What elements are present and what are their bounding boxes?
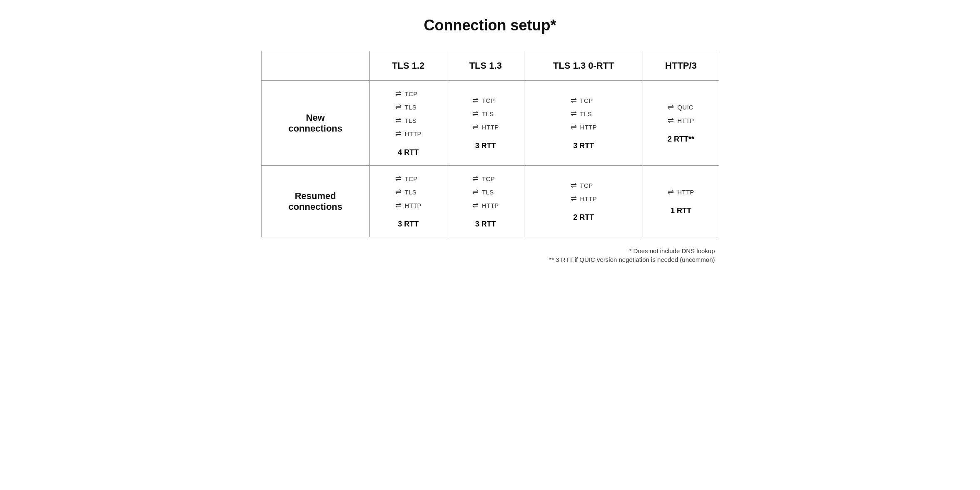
protocols-list-new-col3: ⇌QUIC⇌HTTP	[668, 102, 694, 125]
protocol-item-resumed-col1-1: ⇌TLS	[472, 187, 494, 196]
protocol-item-new-col3-1: ⇌HTTP	[668, 116, 694, 125]
rtt-label-resumed-col3: 1 RTT	[653, 206, 708, 215]
arrows-icon: ⇌	[395, 187, 401, 196]
protocol-label-TLS-1: TLS	[482, 110, 494, 117]
cell-resumed-col3: ⇌HTTP1 RTT	[643, 166, 719, 237]
arrows-icon: ⇌	[571, 109, 577, 118]
protocol-label-HTTP-2: HTTP	[482, 202, 499, 209]
rtt-label-new-col2: 3 RTT	[534, 142, 633, 150]
header-http3: HTTP/3	[643, 51, 719, 81]
protocol-item-resumed-col0-1: ⇌TLS	[395, 187, 416, 196]
protocol-item-new-col0-3: ⇌HTTP	[395, 129, 421, 138]
comparison-table: TLS 1.2 TLS 1.3 TLS 1.3 0-RTT HTTP/3 New…	[261, 51, 719, 237]
footnote-2: ** 3 RTT if QUIC version negotiation is …	[261, 256, 715, 263]
header-tls13-0rtt: TLS 1.3 0-RTT	[524, 51, 643, 81]
cell-inner-resumed-col3: ⇌HTTP1 RTT	[653, 187, 708, 215]
protocols-list-new-col1: ⇌TCP⇌TLS⇌HTTP	[472, 96, 499, 132]
cell-new-col0: ⇌TCP⇌TLS⇌TLS⇌HTTP4 RTT	[369, 81, 447, 166]
protocol-item-new-col3-0: ⇌QUIC	[668, 102, 693, 112]
protocol-item-resumed-col1-2: ⇌HTTP	[472, 201, 499, 210]
protocol-label-HTTP-2: HTTP	[482, 124, 499, 131]
page-title: Connection setup*	[261, 17, 719, 34]
arrows-icon: ⇌	[395, 174, 401, 183]
protocol-item-resumed-col2-1: ⇌HTTP	[571, 194, 597, 203]
protocol-item-new-col0-2: ⇌TLS	[395, 116, 416, 125]
protocol-label-TLS-2: TLS	[405, 117, 416, 124]
row-new: Newconnections⇌TCP⇌TLS⇌TLS⇌HTTP4 RTT⇌TCP…	[261, 81, 719, 166]
cell-inner-resumed-col0: ⇌TCP⇌TLS⇌HTTP3 RTT	[380, 174, 437, 229]
header-empty	[261, 51, 369, 81]
arrows-icon: ⇌	[395, 116, 401, 125]
protocol-item-new-col0-0: ⇌TCP	[395, 89, 418, 98]
protocol-label-TCP-0: TCP	[482, 175, 495, 182]
rtt-label-resumed-col2: 2 RTT	[534, 213, 633, 222]
footnote-1: * Does not include DNS lookup	[261, 247, 715, 254]
rtt-label-new-col1: 3 RTT	[457, 142, 514, 150]
arrows-icon: ⇌	[472, 96, 479, 105]
protocol-item-new-col2-2: ⇌HTTP	[571, 122, 597, 132]
protocol-item-new-col1-2: ⇌HTTP	[472, 122, 499, 132]
row-resumed: Resumedconnections⇌TCP⇌TLS⇌HTTP3 RTT⇌TCP…	[261, 166, 719, 237]
arrows-icon: ⇌	[571, 181, 577, 190]
arrows-icon: ⇌	[668, 102, 674, 112]
arrows-icon: ⇌	[472, 122, 479, 132]
protocol-item-new-col0-1: ⇌TLS	[395, 102, 416, 112]
protocol-label-HTTP-3: HTTP	[405, 130, 421, 137]
protocol-item-resumed-col1-0: ⇌TCP	[472, 174, 495, 183]
arrows-icon: ⇌	[472, 187, 479, 196]
protocol-label-TCP-0: TCP	[580, 182, 593, 189]
protocol-label-TLS-1: TLS	[405, 104, 416, 111]
cell-new-col1: ⇌TCP⇌TLS⇌HTTP3 RTT	[447, 81, 524, 166]
header-tls13: TLS 1.3	[447, 51, 524, 81]
cell-inner-new-col0: ⇌TCP⇌TLS⇌TLS⇌HTTP4 RTT	[380, 89, 437, 157]
protocol-label-TCP-0: TCP	[405, 90, 418, 97]
protocol-item-new-col2-0: ⇌TCP	[571, 96, 593, 105]
protocol-label-TCP-0: TCP	[580, 97, 593, 104]
header-tls12: TLS 1.2	[369, 51, 447, 81]
protocol-label-HTTP-1: HTTP	[580, 195, 597, 202]
protocol-label-HTTP-2: HTTP	[405, 202, 421, 209]
arrows-icon: ⇌	[571, 194, 577, 203]
protocol-item-new-col1-1: ⇌TLS	[472, 109, 494, 118]
header-row: TLS 1.2 TLS 1.3 TLS 1.3 0-RTT HTTP/3	[261, 51, 719, 81]
cell-inner-resumed-col2: ⇌TCP⇌HTTP2 RTT	[534, 181, 633, 222]
protocol-label-QUIC-0: QUIC	[677, 104, 693, 111]
arrows-icon: ⇌	[395, 129, 401, 138]
footnotes: * Does not include DNS lookup ** 3 RTT i…	[261, 247, 719, 263]
protocols-list-new-col0: ⇌TCP⇌TLS⇌TLS⇌HTTP	[395, 89, 421, 138]
protocol-label-HTTP-1: HTTP	[677, 117, 694, 124]
cell-inner-new-col2: ⇌TCP⇌TLS⇌HTTP3 RTT	[534, 96, 633, 150]
arrows-icon: ⇌	[571, 122, 577, 132]
protocol-label-HTTP-0: HTTP	[677, 189, 694, 196]
cell-inner-new-col3: ⇌QUIC⇌HTTP2 RTT**	[653, 102, 708, 144]
protocol-label-TLS-1: TLS	[482, 189, 494, 196]
arrows-icon: ⇌	[472, 174, 479, 183]
cell-resumed-col2: ⇌TCP⇌HTTP2 RTT	[524, 166, 643, 237]
protocols-list-resumed-col1: ⇌TCP⇌TLS⇌HTTP	[472, 174, 499, 210]
arrows-icon: ⇌	[472, 201, 479, 210]
arrows-icon: ⇌	[395, 89, 401, 98]
protocol-label-TLS-1: TLS	[580, 110, 592, 117]
protocol-item-new-col2-1: ⇌TLS	[571, 109, 592, 118]
protocol-item-resumed-col3-0: ⇌HTTP	[668, 187, 694, 196]
protocol-label-TCP-0: TCP	[482, 97, 495, 104]
protocol-item-new-col1-0: ⇌TCP	[472, 96, 495, 105]
arrows-icon: ⇌	[395, 201, 401, 210]
arrows-icon: ⇌	[668, 187, 674, 196]
cell-resumed-col0: ⇌TCP⇌TLS⇌HTTP3 RTT	[369, 166, 447, 237]
protocol-item-resumed-col2-0: ⇌TCP	[571, 181, 593, 190]
protocols-list-resumed-col2: ⇌TCP⇌HTTP	[571, 181, 597, 203]
protocol-label-TLS-1: TLS	[405, 189, 416, 196]
rtt-label-resumed-col0: 3 RTT	[380, 220, 437, 229]
protocols-list-resumed-col0: ⇌TCP⇌TLS⇌HTTP	[395, 174, 421, 210]
cell-inner-new-col1: ⇌TCP⇌TLS⇌HTTP3 RTT	[457, 96, 514, 150]
protocols-list-resumed-col3: ⇌HTTP	[668, 187, 694, 196]
rtt-label-new-col0: 4 RTT	[380, 148, 437, 157]
protocol-label-TCP-0: TCP	[405, 175, 418, 182]
cell-new-col2: ⇌TCP⇌TLS⇌HTTP3 RTT	[524, 81, 643, 166]
cell-new-col3: ⇌QUIC⇌HTTP2 RTT**	[643, 81, 719, 166]
protocols-list-new-col2: ⇌TCP⇌TLS⇌HTTP	[571, 96, 597, 132]
row-label-resumed: Resumedconnections	[261, 166, 369, 237]
arrows-icon: ⇌	[668, 116, 674, 125]
arrows-icon: ⇌	[472, 109, 479, 118]
